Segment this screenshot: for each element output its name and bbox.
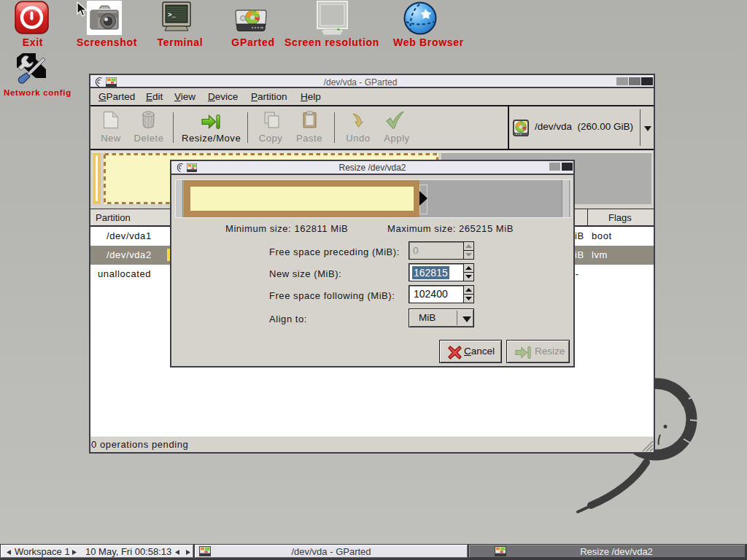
svg-text:>_: >_: [168, 12, 176, 19]
